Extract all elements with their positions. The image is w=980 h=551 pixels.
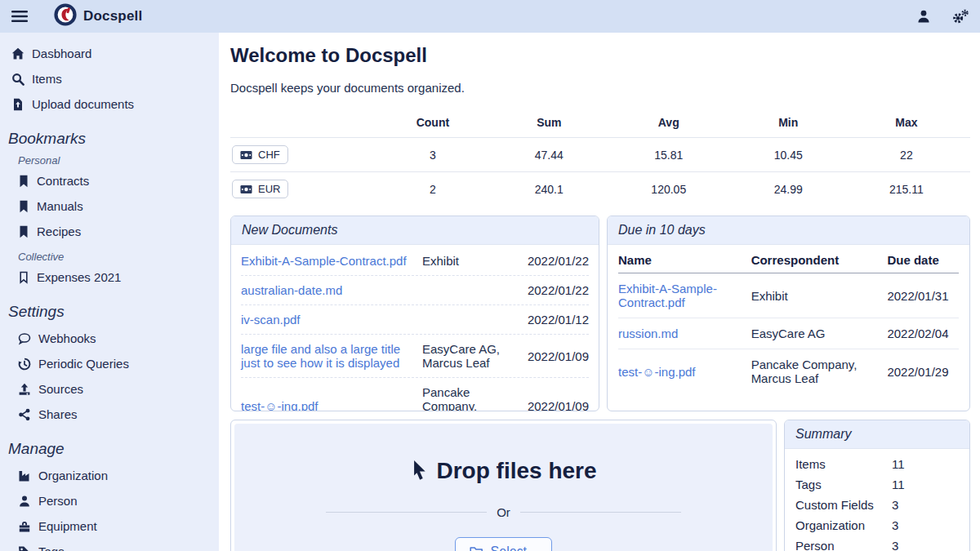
due-correspondent: EasyCare AG	[751, 318, 888, 349]
document-date: 2022/01/12	[528, 313, 589, 327]
sidebar-item-shares[interactable]: Shares	[15, 402, 212, 427]
document-link[interactable]: Exhibit-A-Sample-Contract.pdf	[618, 282, 717, 309]
sidebar-item-person[interactable]: Person	[15, 488, 212, 513]
select-files-button[interactable]: Select...	[455, 537, 553, 551]
sidebar-item-upload-documents[interactable]: Upload documents	[8, 91, 212, 117]
sidebar-section-settings: Settings	[8, 303, 212, 321]
sidebar-item-label: Equipment	[38, 519, 97, 533]
docspell-logo[interactable]: Docspell	[54, 3, 142, 29]
sidebar-item-organization[interactable]: Organization	[15, 463, 212, 488]
document-link[interactable]: australian-date.md	[241, 283, 414, 297]
summary-value: 3	[892, 518, 898, 532]
summary-value: 3	[892, 498, 898, 512]
summary-value: 11	[892, 457, 905, 471]
sidebar-item-sources[interactable]: Sources	[15, 376, 212, 402]
document-link[interactable]: Exhibit-A-Sample-Contract.pdf	[241, 254, 414, 268]
person-icon	[18, 495, 31, 508]
summary-row: Person 3	[795, 535, 959, 551]
due-row: test-☺-ing.pdf Pancake Company, Marcus L…	[618, 349, 959, 394]
stats-header-min: Min	[734, 113, 843, 138]
history-icon	[18, 358, 31, 371]
industry-icon	[18, 469, 31, 482]
sidebar-item-label: Recipes	[37, 224, 81, 238]
sidebar-item-items[interactable]: Items	[8, 66, 212, 91]
sidebar-item-label: Expenses 2021	[37, 270, 121, 284]
sidebar-item-recipes[interactable]: Recipes	[15, 219, 212, 244]
stats-header-max: Max	[843, 113, 970, 138]
document-row: iv-scan.pdf 2022/01/12	[241, 304, 589, 334]
menu-icon[interactable]	[11, 10, 33, 23]
document-correspondent: EasyCare AG, Marcus Leaf	[422, 342, 519, 370]
summary-value: 11	[892, 478, 905, 491]
currency-badge-eur: EUR	[232, 180, 288, 198]
stats-row-chf: CHF 3 47.44 15.81 10.45 22	[230, 138, 970, 172]
file-dropzone[interactable]: Drop files here Or Select...	[234, 424, 773, 551]
document-row: test-☺-ing.pdf Pancake Company, Marcus L…	[241, 377, 589, 411]
sidebar-item-label: Manuals	[37, 199, 83, 213]
document-link[interactable]: iv-scan.pdf	[241, 313, 414, 327]
summary-row: Items 11	[795, 454, 959, 474]
or-divider: Or	[326, 505, 681, 519]
due-panel-title: Due in 10 days	[608, 216, 969, 245]
stats-header-avg: Avg	[604, 113, 734, 138]
sidebar-item-expenses-2021[interactable]: Expenses 2021	[15, 264, 212, 290]
document-link[interactable]: test-☺-ing.pdf	[241, 399, 414, 411]
document-date: 2022/01/22	[528, 283, 589, 297]
due-date: 2022/01/29	[887, 349, 959, 394]
document-link[interactable]: russion.md	[618, 327, 678, 340]
sidebar-item-label: Periodic Queries	[38, 357, 129, 371]
bookmark-filled-icon	[18, 225, 29, 238]
due-panel: Due in 10 days Name Correspondent Due da…	[607, 216, 970, 411]
summary-label: Organization	[795, 518, 892, 532]
document-correspondent: Exhibit	[422, 254, 519, 268]
document-row: australian-date.md 2022/01/22	[241, 275, 589, 304]
bookmark-filled-icon	[18, 175, 29, 188]
sidebar-item-dashboard[interactable]: Dasbhoard	[8, 41, 212, 66]
drop-heading: Drop files here	[410, 458, 596, 484]
document-link[interactable]: test-☺-ing.pdf	[618, 365, 696, 379]
upload-panel: Drop files here Or Select...	[230, 420, 777, 551]
stats-header-count: Count	[371, 113, 495, 138]
home-icon	[11, 47, 24, 60]
sidebar-section-manage: Manage	[8, 440, 212, 458]
sidebar-item-label: Contracts	[37, 174, 89, 188]
main-content: Welcome to Docspell Docspell keeps your …	[219, 33, 980, 551]
summary-label: Person	[795, 539, 892, 551]
summary-value: 3	[892, 539, 898, 551]
due-header-name: Name	[618, 248, 751, 273]
comment-icon	[18, 332, 31, 345]
due-date: 2022/01/31	[887, 273, 959, 318]
document-link[interactable]: large file and also a large title just t…	[241, 342, 414, 370]
folder-open-icon	[470, 546, 484, 551]
stats-row-eur: EUR 2 240.1 120.05 24.99 215.11	[230, 172, 970, 207]
sidebar-item-contracts[interactable]: Contracts	[15, 168, 212, 193]
due-header-correspondent: Correspondent	[751, 248, 888, 273]
sidebar-item-label: Shares	[38, 407, 78, 421]
due-date: 2022/02/04	[887, 318, 959, 349]
app-title: Docspell	[83, 8, 142, 24]
summary-title: Summary	[785, 420, 969, 449]
summary-row: Custom Fields 3	[795, 495, 959, 515]
sidebar-item-label: Sources	[38, 382, 83, 396]
sidebar-item-webhooks[interactable]: Webhooks	[15, 326, 212, 351]
settings-gears-icon[interactable]	[952, 9, 969, 24]
topbar: Docspell	[0, 0, 980, 33]
page-title: Welcome to Docspell	[230, 44, 970, 67]
equipment-icon	[18, 520, 31, 533]
sidebar-section-bookmarks: Bookmarks	[8, 130, 212, 148]
sidebar-item-label: Person	[38, 494, 78, 508]
summary-row: Tags 11	[795, 474, 959, 495]
sidebar-item-label: Webhooks	[38, 331, 96, 345]
document-row: Exhibit-A-Sample-Contract.pdf Exhibit 20…	[241, 247, 589, 275]
stats-header-sum: Sum	[495, 113, 604, 138]
document-row: large file and also a large title just t…	[241, 334, 589, 377]
sidebar-item-manuals[interactable]: Manuals	[15, 193, 212, 219]
due-correspondent: Exhibit	[751, 273, 888, 318]
document-correspondent: Pancake Company, Marcus Leaf	[422, 385, 519, 411]
summary-label: Custom Fields	[795, 498, 892, 512]
sidebar-item-periodic-queries[interactable]: Periodic Queries	[15, 351, 212, 376]
user-menu-icon[interactable]	[916, 9, 931, 24]
sidebar-item-tags[interactable]: Tags	[15, 539, 212, 551]
money-bill-icon	[240, 184, 252, 194]
sidebar-item-equipment[interactable]: Equipment	[15, 513, 212, 539]
